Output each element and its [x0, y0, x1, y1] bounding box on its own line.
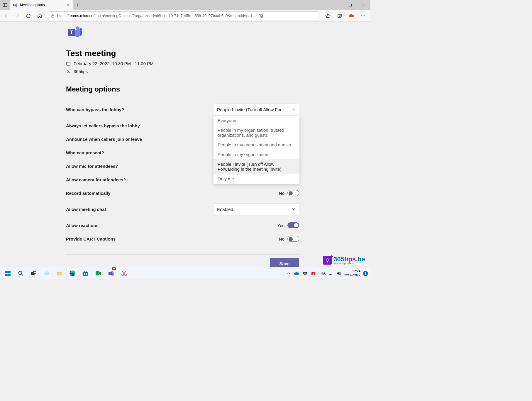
start-button[interactable]: [2, 268, 13, 279]
dropdown-option-selected[interactable]: People I invite (Turn off Allow Forwardi…: [214, 159, 299, 174]
minimize-button[interactable]: [330, 0, 343, 10]
svg-rect-39: [8, 271, 11, 273]
collections-icon[interactable]: [335, 11, 345, 21]
dropdown-option[interactable]: Everyone: [214, 116, 299, 125]
meeting-datetime-row: February 22, 2022, 10:30 PM - 11:00 PM: [66, 61, 299, 66]
label-record-auto: Record automatically: [66, 191, 279, 196]
tray-chevron-icon[interactable]: [286, 270, 292, 276]
volume-tray-icon[interactable]: [336, 270, 342, 276]
svg-rect-10: [349, 4, 351, 6]
option-record-auto: Record automatically No: [66, 186, 299, 200]
tab-actions-icon[interactable]: [0, 3, 10, 7]
favorites-icon[interactable]: [323, 11, 333, 21]
browser-tab[interactable]: T Meeting options: [10, 0, 73, 10]
window-controls: [330, 0, 370, 10]
svg-line-43: [21, 274, 23, 276]
date: 22/02/2022: [344, 273, 360, 277]
file-explorer-icon[interactable]: [54, 268, 65, 279]
meeting-title: Test meeting: [66, 49, 299, 58]
toggle-label: No: [279, 191, 284, 196]
dropbox-tray-icon[interactable]: [302, 270, 308, 276]
meeting-datetime: February 22, 2022, 10:30 PM - 11:00 PM: [74, 61, 154, 66]
cloud-sync-icon[interactable]: [346, 11, 356, 21]
tab-close-icon[interactable]: [66, 3, 70, 7]
language-indicator[interactable]: FRA: [318, 271, 326, 275]
svg-rect-48: [83, 272, 88, 276]
svg-text:T: T: [14, 4, 15, 6]
toggle-cart[interactable]: [287, 236, 299, 242]
svg-point-24: [363, 15, 364, 16]
search-icon[interactable]: [15, 268, 26, 279]
option-bypass-lobby: Who can bypass the lobby? People I invit…: [66, 100, 299, 119]
notifications-icon[interactable]: 1: [363, 271, 368, 276]
dropdown-option[interactable]: People in my organization: [214, 150, 299, 159]
close-window-button[interactable]: [357, 0, 370, 10]
toggle-label: No: [279, 236, 284, 241]
taskbar-left: T9+: [2, 268, 130, 279]
toolbar-right: [323, 11, 369, 21]
select-allow-chat[interactable]: Enabled: [213, 203, 299, 215]
task-view-icon[interactable]: [28, 268, 39, 279]
save-button[interactable]: Save: [270, 258, 299, 267]
onedrive-icon[interactable]: [41, 268, 52, 279]
svg-point-4: [16, 4, 17, 5]
refresh-button[interactable]: [23, 11, 33, 21]
time: 22:24: [344, 269, 360, 273]
organizer-name: 365tips: [74, 69, 88, 74]
svg-rect-53: [86, 274, 87, 275]
option-allow-reactions: Allow reactions Yes: [66, 219, 299, 232]
option-cart: Provide CART Captions No: [66, 232, 299, 246]
label-cart: Provide CART Captions: [66, 236, 279, 241]
toggle-allow-reactions[interactable]: [287, 222, 299, 228]
sync-tray-icon[interactable]: 2: [310, 270, 316, 276]
calendar-icon: [66, 61, 71, 66]
select-value: People I invite (Turn off Allow For...: [217, 107, 292, 112]
onedrive-tray-icon[interactable]: [294, 270, 300, 276]
svg-rect-49: [84, 271, 86, 272]
svg-rect-41: [8, 274, 11, 276]
new-tab-button[interactable]: [73, 3, 82, 7]
address-bar[interactable]: https://teams.microsoft.com/meetingOptio…: [48, 11, 319, 20]
option-allow-chat: Allow meeting chat Enabled: [66, 200, 299, 219]
menu-icon[interactable]: [358, 11, 368, 21]
ms-store-icon[interactable]: [80, 268, 91, 279]
teams-badge: 9+: [112, 267, 116, 270]
dropdown-option[interactable]: People in my organization, trusted organ…: [214, 125, 299, 140]
chevron-down-icon: [292, 108, 295, 111]
watermark-icon: [323, 256, 332, 265]
teams-logo-icon: T: [66, 25, 299, 39]
svg-rect-30: [67, 62, 70, 65]
teams-taskbar-icon[interactable]: T9+: [106, 268, 117, 279]
tab-title: Meeting options: [20, 3, 64, 7]
window-titlebar: T Meeting options: [0, 0, 370, 10]
svg-text:T: T: [70, 30, 73, 35]
edge-icon[interactable]: [67, 268, 78, 279]
svg-rect-54: [96, 271, 99, 275]
clock[interactable]: 22:24 22/02/2022: [344, 269, 360, 277]
page-viewport: T Test meeting February 22, 2022, 10:30 …: [0, 22, 367, 267]
network-tray-icon[interactable]: [328, 270, 334, 276]
organizer-row: 365tips: [66, 69, 299, 74]
dropdown-option[interactable]: People in my organization and guests: [214, 140, 299, 150]
forward-button[interactable]: [12, 11, 22, 21]
site-info-icon[interactable]: [51, 14, 55, 18]
home-button[interactable]: [35, 11, 45, 21]
svg-point-23: [361, 15, 362, 16]
label-allow-reactions: Allow reactions: [66, 223, 277, 228]
back-button[interactable]: [1, 11, 11, 21]
browser-toolbar: https://teams.microsoft.com/meetingOptio…: [0, 10, 370, 22]
select-bypass-lobby[interactable]: People I invite (Turn off Allow For... E…: [213, 104, 299, 115]
maximize-button[interactable]: [343, 0, 357, 10]
snip-icon[interactable]: [118, 268, 130, 279]
chevron-down-icon: [292, 207, 295, 211]
toggle-record-auto[interactable]: [287, 190, 299, 196]
toggle-label: Yes: [277, 223, 284, 228]
dropdown-option[interactable]: Only me: [214, 174, 299, 184]
meet-icon[interactable]: [93, 268, 104, 279]
svg-point-26: [76, 26, 79, 30]
reading-mode-icon[interactable]: [258, 13, 263, 18]
watermark: 365tips.be https://365tips.be/en/: [323, 256, 365, 265]
svg-rect-0: [3, 4, 7, 7]
section-title: Meeting options: [66, 85, 299, 93]
svg-rect-46: [57, 273, 62, 275]
